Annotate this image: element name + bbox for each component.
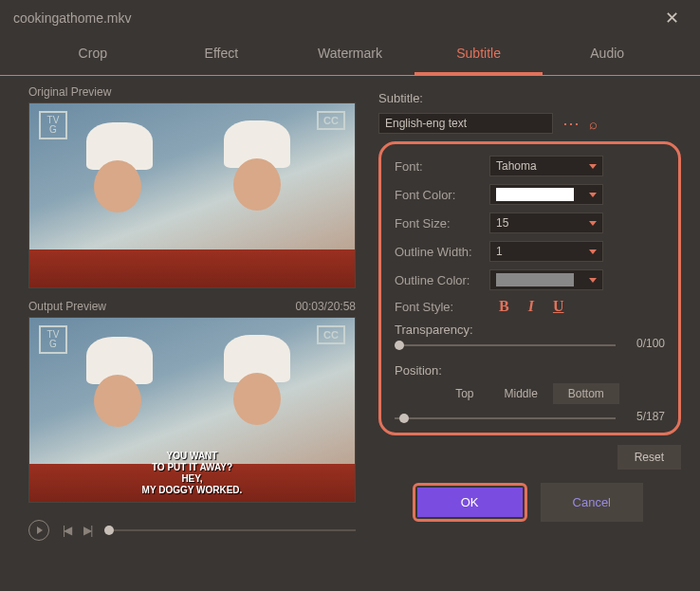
outline-color-select[interactable] — [489, 269, 603, 290]
titlebar: cookingathome.mkv ✕ — [0, 0, 700, 36]
transparency-slider[interactable] — [395, 344, 616, 346]
play-icon[interactable] — [28, 520, 49, 541]
position-middle[interactable]: Middle — [488, 383, 552, 404]
font-select[interactable]: Tahoma — [489, 156, 603, 176]
subtitle-label: Subtitle: — [378, 91, 423, 105]
position-top[interactable]: Top — [440, 383, 488, 404]
cc-icon: CC — [317, 111, 345, 130]
tab-subtitle[interactable]: Subtitle — [414, 36, 543, 75]
search-icon[interactable]: ⌕ — [589, 116, 598, 132]
outline-color-label: Outline Color: — [395, 273, 489, 287]
font-style-label: Font Style: — [395, 300, 489, 314]
cancel-button[interactable]: Cancel — [541, 483, 643, 522]
ok-highlight: OK — [413, 483, 527, 522]
position-slider[interactable] — [395, 417, 616, 419]
position-value: 5/187 — [625, 410, 665, 423]
font-color-label: Font Color: — [395, 188, 489, 202]
position-bottom[interactable]: Bottom — [553, 383, 619, 404]
output-preview-label: Output Preview — [28, 300, 106, 313]
font-size-select[interactable]: 15 — [489, 212, 603, 233]
font-settings-highlight: Font: Tahoma Font Color: Font Size: 15 O… — [378, 141, 681, 435]
original-preview: TVG CC — [28, 102, 356, 288]
bold-icon[interactable]: B — [499, 298, 509, 315]
preview-column: Original Preview TVG CC Output Preview 0… — [28, 85, 356, 541]
transparency-value: 0/100 — [625, 337, 665, 350]
tab-bar: Crop Effect Watermark Subtitle Audio — [0, 36, 700, 76]
next-icon[interactable]: ▶| — [83, 524, 91, 537]
settings-panel: Subtitle: English-eng text ⋯ ⌕ Font: Tah… — [378, 85, 681, 541]
seek-slider[interactable] — [104, 529, 356, 531]
window-title: cookingathome.mkv — [13, 10, 132, 26]
position-label: Position: — [395, 363, 665, 378]
cc-icon: CC — [317, 325, 345, 344]
tab-crop[interactable]: Crop — [28, 36, 157, 75]
close-icon[interactable]: ✕ — [657, 4, 687, 32]
reset-button[interactable]: Reset — [617, 445, 681, 470]
italic-icon[interactable]: I — [528, 298, 534, 315]
tv-rating-icon: TVG — [39, 111, 67, 139]
tab-audio[interactable]: Audio — [543, 36, 672, 75]
font-size-label: Font Size: — [395, 216, 489, 231]
font-label: Font: — [395, 159, 489, 174]
subtitle-overlay: YOU WANT TO PUT IT AWAY? HEY, MY DOGGY W… — [29, 451, 355, 496]
output-preview: TVG CC YOU WANT TO PUT IT AWAY? HEY, MY … — [28, 317, 356, 503]
outline-width-select[interactable]: 1 — [489, 241, 603, 262]
ok-button[interactable]: OK — [417, 488, 523, 517]
transparency-label: Transparency: — [395, 323, 665, 337]
original-preview-label: Original Preview — [28, 85, 111, 99]
more-icon[interactable]: ⋯ — [562, 113, 580, 134]
outline-width-label: Outline Width: — [395, 245, 489, 259]
tab-watermark[interactable]: Watermark — [286, 36, 414, 75]
underline-icon[interactable]: U — [553, 298, 564, 315]
timecode: 00:03/20:58 — [296, 300, 356, 313]
playback-controls: |◀ ▶| — [28, 514, 356, 541]
tab-effect[interactable]: Effect — [157, 36, 286, 75]
tv-rating-icon: TVG — [39, 325, 67, 354]
prev-icon[interactable]: |◀ — [63, 524, 70, 537]
subtitle-select[interactable]: English-eng text — [378, 113, 553, 134]
font-color-select[interactable] — [489, 184, 603, 205]
